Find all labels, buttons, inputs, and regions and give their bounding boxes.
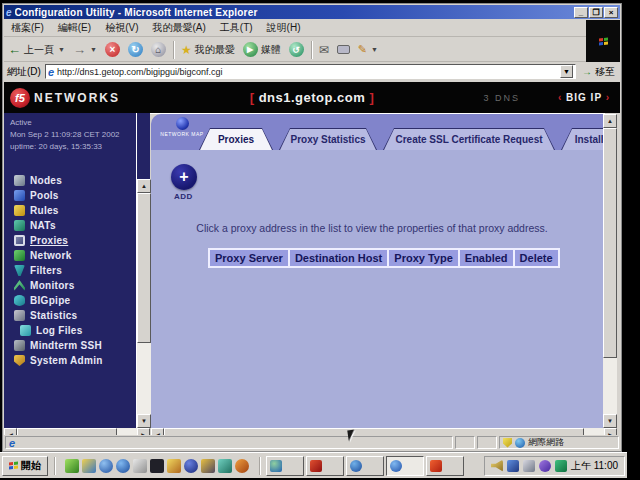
main-scroll-up[interactable]: ▲ <box>603 114 617 128</box>
tab-create-ssl-certificate-request[interactable]: Create SSL Certificate Request <box>383 128 555 150</box>
back-button[interactable]: ← 上一頁 ▼ <box>4 40 69 60</box>
menu-favorites[interactable]: 我的最愛(A) <box>145 19 212 37</box>
column-delete[interactable]: Delete <box>514 249 559 267</box>
task-button-4[interactable] <box>386 456 424 476</box>
favorites-star-icon: ★ <box>181 43 192 57</box>
address-dropdown-icon[interactable]: ▼ <box>560 65 573 78</box>
quicklaunch-icon-11[interactable] <box>235 459 249 473</box>
task-5-icon <box>430 460 442 472</box>
quicklaunch-icon-9[interactable] <box>201 459 215 473</box>
sidebar-scroll-down[interactable]: ▼ <box>137 414 151 428</box>
sidebar-item-rules[interactable]: Rules <box>4 203 136 218</box>
sidebar-item-proxies[interactable]: Proxies <box>4 233 136 248</box>
sidebar-item-nats[interactable]: NATs <box>4 218 136 233</box>
sidebar-item-filters[interactable]: Filters <box>4 263 136 278</box>
sidebar-scroll-thumb[interactable] <box>137 193 151 343</box>
sidebar-item-system-admin[interactable]: System Admin <box>4 353 136 368</box>
taskbar-separator <box>54 457 55 475</box>
sidebar-item-log-files[interactable]: Log Files <box>4 323 136 338</box>
volume-icon[interactable] <box>491 460 503 472</box>
forward-button[interactable]: → ▼ <box>69 40 101 60</box>
quicklaunch-icon-1[interactable] <box>65 459 79 473</box>
bracket-right: ] <box>369 90 374 105</box>
product-3dns: 3 DNS <box>483 93 520 103</box>
minimize-button[interactable]: _ <box>574 7 588 18</box>
tab-install-ssl-certificate[interactable]: Install SSL Certifi <box>561 128 603 150</box>
address-bar: 網址(D) e ▼ → 移至 <box>4 62 620 81</box>
task-buttons <box>266 456 481 476</box>
standard-toolbar: ← 上一頁 ▼ → ▼ × ↻ ⌂ ★ 我的最愛 ▶ <box>4 38 620 62</box>
tray-flag-icon[interactable] <box>507 460 519 472</box>
start-button[interactable]: 開始 <box>2 456 48 476</box>
quicklaunch-icon-6[interactable] <box>150 459 164 473</box>
go-button[interactable]: → 移至 <box>580 62 617 82</box>
task-button-3[interactable] <box>346 456 384 476</box>
network-status-icon[interactable] <box>555 460 567 472</box>
go-label: 移至 <box>595 65 615 79</box>
tab-proxies[interactable]: Proxies <box>199 128 273 150</box>
bracket-left: [ <box>250 90 255 105</box>
sidebar-item-pools[interactable]: Pools <box>4 188 136 203</box>
restore-button[interactable]: ❐ <box>589 7 603 18</box>
quicklaunch-icon-5[interactable] <box>133 459 147 473</box>
sidebar-item-nodes[interactable]: Nodes <box>4 173 136 188</box>
forward-icon: → <box>73 42 86 57</box>
back-dropdown-icon[interactable]: ▼ <box>58 46 65 53</box>
edit-dropdown-icon[interactable]: ▼ <box>371 46 378 53</box>
menu-help[interactable]: 說明(H) <box>260 19 308 37</box>
system-status: Active Mon Sep 2 11:09:28 CET 2002 uptim… <box>4 113 136 157</box>
forward-dropdown-icon[interactable]: ▼ <box>90 46 97 53</box>
page-ie-icon: e <box>48 66 54 78</box>
task-button-2[interactable] <box>306 456 344 476</box>
sidebar-scroll-up[interactable]: ▲ <box>137 179 151 193</box>
add-proxy-label: ADD <box>174 192 193 201</box>
quicklaunch-icon-10[interactable] <box>218 459 232 473</box>
column-destination-host[interactable]: Destination Host <box>289 249 388 267</box>
edit-button[interactable]: ✎ ▼ <box>354 40 382 60</box>
quicklaunch-icon-2[interactable] <box>82 459 96 473</box>
tab-proxy-statistics[interactable]: Proxy Statistics <box>279 128 377 150</box>
task-button-5[interactable] <box>426 456 464 476</box>
main-scroll-down[interactable]: ▼ <box>603 414 617 428</box>
menu-edit[interactable]: 編輯(E) <box>51 19 98 37</box>
close-button[interactable]: × <box>604 7 618 18</box>
clock: 上午 11:00 <box>571 459 618 473</box>
task-button-1[interactable] <box>266 456 304 476</box>
column-proxy-type[interactable]: Proxy Type <box>388 249 459 267</box>
stop-icon: × <box>105 42 120 57</box>
media-button[interactable]: ▶ 媒體 <box>239 40 285 60</box>
address-input[interactable] <box>57 67 557 77</box>
history-icon: ↺ <box>289 42 304 57</box>
address-field: e ▼ <box>45 64 576 79</box>
menu-file[interactable]: 檔案(F) <box>4 19 51 37</box>
network-map-button[interactable]: NETWORK MAP <box>159 116 205 137</box>
mail-button[interactable]: ✉ <box>315 40 333 60</box>
stop-button[interactable]: × <box>101 40 124 60</box>
menu-tools[interactable]: 工具(T) <box>213 19 260 37</box>
log-files-icon <box>20 325 31 336</box>
column-proxy-server[interactable]: Proxy Server <box>209 249 289 267</box>
column-enabled[interactable]: Enabled <box>459 249 514 267</box>
tray-app-icon[interactable] <box>539 460 551 472</box>
quicklaunch-icon-8[interactable] <box>184 459 198 473</box>
quicklaunch-icon-4[interactable] <box>116 459 130 473</box>
quicklaunch-icon-3[interactable] <box>99 459 113 473</box>
sidebar-item-statistics[interactable]: Statistics <box>4 308 136 323</box>
display-icon[interactable] <box>523 460 535 472</box>
add-proxy-button[interactable]: + <box>171 164 197 190</box>
favorites-button[interactable]: ★ 我的最愛 <box>177 40 239 60</box>
menu-view[interactable]: 檢視(V) <box>98 19 145 37</box>
print-button[interactable] <box>333 40 354 60</box>
sidebar-item-bigpipe[interactable]: BIGpipe <box>4 293 136 308</box>
quicklaunch-icon-7[interactable] <box>167 459 181 473</box>
refresh-icon: ↻ <box>128 42 143 57</box>
history-button[interactable]: ↺ <box>285 40 308 60</box>
sidebar-item-monitors[interactable]: Monitors <box>4 278 136 293</box>
main-scroll-thumb[interactable] <box>603 128 617 358</box>
proxies-content: + ADD Click a proxy address in the list … <box>151 150 603 428</box>
globe-icon <box>515 438 525 448</box>
refresh-button[interactable]: ↻ <box>124 40 147 60</box>
home-button[interactable]: ⌂ <box>147 40 170 60</box>
sidebar-item-network[interactable]: Network <box>4 248 136 263</box>
sidebar-item-mindterm-ssh[interactable]: Mindterm SSH <box>4 338 136 353</box>
